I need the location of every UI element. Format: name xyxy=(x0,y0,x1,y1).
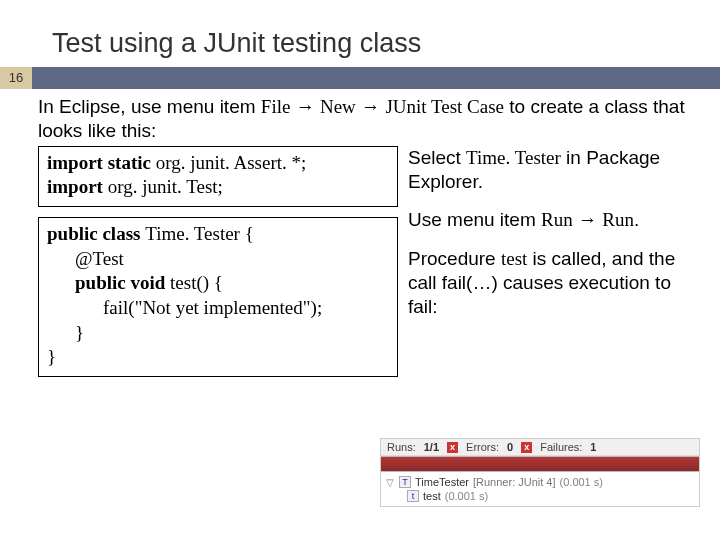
menu-file: File xyxy=(261,96,291,117)
junit-progress-bar xyxy=(381,456,699,472)
instruction-select: Select Time. Tester in Package Explorer. xyxy=(408,146,686,195)
error-icon: x xyxy=(447,442,458,453)
arrow-icon: → xyxy=(290,96,320,117)
code-text: @Test xyxy=(47,247,389,272)
collapse-icon[interactable]: ▽ xyxy=(385,477,395,488)
tree-root-time: (0.001 s) xyxy=(560,476,603,488)
tree-leaf-time: (0.001 s) xyxy=(445,490,488,502)
code-kw: public void xyxy=(75,272,165,293)
failures-value: 1 xyxy=(590,441,596,453)
instruction-run: Use menu item Run → Run. xyxy=(408,208,686,232)
errors-value: 0 xyxy=(507,441,513,453)
code-kw: public class xyxy=(47,223,145,244)
tree-root-runner: [Runner: JUnit 4] xyxy=(473,476,556,488)
junit-summary-bar: Runs: 1/1 x Errors: 0 x Failures: 1 xyxy=(381,439,699,456)
code-text: Time. Tester { xyxy=(145,223,254,244)
slide-title: Test using a JUnit testing class xyxy=(0,0,720,67)
code-text: fail("Not yet implemented"); xyxy=(47,296,389,321)
errors-label: Errors: xyxy=(466,441,499,453)
test-class-icon: T xyxy=(399,476,411,488)
test-method-icon: t xyxy=(407,490,419,502)
intro-text: In Eclipse, use menu item File → New → J… xyxy=(38,95,686,144)
menu-junit: JUnit Test Case xyxy=(385,96,504,117)
runs-value: 1/1 xyxy=(424,441,439,453)
text: Use menu item xyxy=(408,209,541,230)
text: . xyxy=(634,209,639,230)
text: Select xyxy=(408,147,466,168)
code-text: } xyxy=(47,345,389,370)
menu-run: Run xyxy=(541,209,573,230)
content-area: In Eclipse, use menu item File → New → J… xyxy=(0,89,720,387)
junit-tree: ▽ T TimeTester [Runner: JUnit 4] (0.001 … xyxy=(381,472,699,506)
instructions-column: Select Time. Tester in Package Explorer.… xyxy=(408,146,686,388)
arrow-icon: → xyxy=(573,209,603,230)
class-name: Time. Tester xyxy=(466,147,561,168)
failures-label: Failures: xyxy=(540,441,582,453)
code-kw: import xyxy=(47,176,103,197)
proc-name: test xyxy=(501,248,527,269)
junit-results-panel: Runs: 1/1 x Errors: 0 x Failures: 1 ▽ T … xyxy=(380,438,700,507)
tree-root-row[interactable]: ▽ T TimeTester [Runner: JUnit 4] (0.001 … xyxy=(385,475,695,489)
menu-new: New xyxy=(320,96,356,117)
tree-leaf-name: test xyxy=(423,490,441,502)
arrow-icon: → xyxy=(356,96,386,117)
slide-number: 16 xyxy=(0,67,32,89)
code-box-class: public class Time. Tester { @Test public… xyxy=(38,217,398,377)
accent-bar: 16 xyxy=(0,67,720,89)
code-box-imports: import static org. junit. Assert. *; imp… xyxy=(38,146,398,207)
intro-prefix: In Eclipse, use menu item xyxy=(38,96,261,117)
tree-root-name: TimeTester xyxy=(415,476,469,488)
code-text: org. junit. Assert. *; xyxy=(151,152,306,173)
code-text: } xyxy=(47,321,389,346)
failure-icon: x xyxy=(521,442,532,453)
instruction-result: Procedure test is called, and the call f… xyxy=(408,247,686,320)
code-kw: import static xyxy=(47,152,151,173)
code-text: org. junit. Test; xyxy=(103,176,223,197)
runs-label: Runs: xyxy=(387,441,416,453)
code-text: test() { xyxy=(165,272,223,293)
text: Procedure xyxy=(408,248,501,269)
tree-leaf-row[interactable]: t test (0.001 s) xyxy=(385,489,695,503)
menu-run: Run xyxy=(602,209,634,230)
